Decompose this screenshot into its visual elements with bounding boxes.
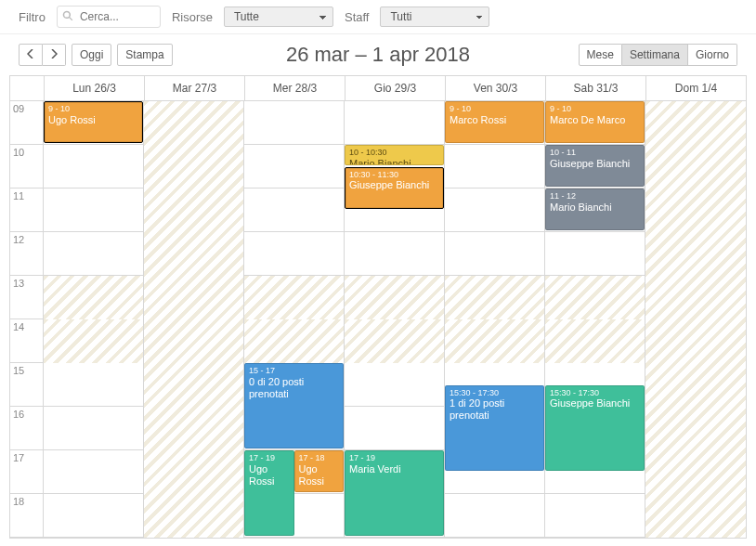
time-slot: 14 [10,319,43,363]
time-slot: 11 [10,188,43,232]
prev-button[interactable] [19,44,43,66]
chevron-left-icon [27,49,34,58]
resources-label: Risorse [172,10,213,24]
view-week-button[interactable]: Settimana [622,44,688,66]
event-time: 15 - 17 [249,366,339,376]
closed-hour [545,319,645,363]
calendar-event[interactable]: 15 - 170 di 20 posti prenotati [244,363,344,448]
day-header[interactable]: Mar 27/3 [144,76,244,100]
closed-hour [244,276,344,319]
event-label: 0 di 20 posti prenotati [249,376,304,399]
event-time: 15:30 - 17:30 [450,388,540,398]
event-label: Giuseppe Bianchi [550,158,630,169]
day-column[interactable]: 10 - 10:30Mario Bianchi10:30 - 11:30Gius… [345,101,445,538]
calendar-event[interactable]: 17 - 19Ugo Rossi [244,450,294,536]
event-label: Mario Bianchi [349,158,411,165]
day-column[interactable] [645,101,746,538]
today-button[interactable]: Oggi [72,44,111,66]
day-header[interactable]: Sab 31/3 [545,76,645,100]
filter-bar: Filtro Risorse Tutte Staff Tutti [0,0,756,34]
event-label: Ugo Rossi [299,463,325,487]
event-label: 1 di 20 posti prenotati [450,397,504,421]
closed-hour [44,319,143,363]
day-column[interactable]: 9 - 10Ugo Rossi [44,101,144,538]
time-slot: 16 [10,407,43,450]
calendar-event[interactable]: 10 - 10:30Mario Bianchi [345,145,444,165]
calendar-event[interactable]: 10 - 11Giuseppe Bianchi [545,145,645,187]
event-time: 10 - 11 [550,148,640,158]
calendar-body[interactable]: 09101112131415161718 9 - 10Ugo Rossi15 -… [10,101,746,538]
chevron-right-icon [50,49,58,58]
time-slot: 12 [10,232,43,276]
event-label: Marco Rossi [450,114,506,125]
calendar-event[interactable]: 10:30 - 11:30Giuseppe Bianchi [345,167,444,209]
calendar-event[interactable]: 9 - 10Marco De Marco [545,101,645,143]
calendar-event[interactable]: 9 - 10Marco Rossi [445,101,544,143]
staff-select[interactable]: Tutti [380,6,489,27]
calendar-event[interactable]: 17 - 18Ugo Rossi [294,450,345,492]
event-time: 15:30 - 17:30 [550,388,640,398]
time-slot: 10 [10,145,43,188]
nav-group [19,44,66,66]
day-column[interactable]: 15 - 170 di 20 posti prenotati17 - 19Ugo… [244,101,345,538]
day-column[interactable]: 9 - 10Marco Rossi15:30 - 17:301 di 20 po… [445,101,545,538]
day-header[interactable]: Dom 1/4 [645,76,746,100]
resources-select[interactable]: Tutte [224,6,333,27]
closed-day [645,101,746,538]
event-label: Giuseppe Bianchi [349,179,429,190]
event-time: 10 - 10:30 [349,148,439,158]
time-slot: 13 [10,276,43,319]
event-time: 17 - 19 [249,453,290,463]
event-time: 9 - 10 [48,104,138,114]
event-time: 9 - 10 [450,104,540,114]
time-slot: 09 [10,101,43,145]
day-header[interactable]: Gio 29/3 [345,76,445,100]
closed-hour [445,276,544,319]
event-time: 17 - 19 [349,453,439,463]
event-label: Ugo Rossi [249,463,275,487]
event-time: 10:30 - 11:30 [349,170,439,180]
view-month-button[interactable]: Mese [579,44,622,66]
closed-hour [244,319,344,363]
calendar-event[interactable]: 15:30 - 17:30Giuseppe Bianchi [545,385,645,471]
day-header[interactable]: Ven 30/3 [445,76,545,100]
calendar-header: Lun 26/3Mar 27/3Mer 28/3Gio 29/3Ven 30/3… [10,76,746,101]
filter-label: Filtro [19,10,46,24]
calendar-toolbar: Oggi Stampa 26 mar – 1 apr 2018 Mese Set… [0,34,756,72]
search-icon [62,10,73,21]
time-slot: 17 [10,450,43,494]
staff-label: Staff [345,10,370,24]
event-time: 17 - 18 [299,453,340,463]
print-button[interactable]: Stampa [117,44,172,66]
calendar: Lun 26/3Mar 27/3Mer 28/3Gio 29/3Ven 30/3… [9,75,747,539]
day-header[interactable]: Mer 28/3 [244,76,345,100]
header-gutter [10,76,44,100]
view-day-button[interactable]: Giorno [688,44,737,66]
view-switch: Mese Settimana Giorno [579,44,737,66]
closed-hour [545,276,645,319]
time-column: 09101112131415161718 [10,101,44,538]
event-time: 11 - 12 [550,191,640,202]
event-label: Giuseppe Bianchi [550,397,630,409]
event-label: Ugo Rossi [48,114,96,125]
closed-hour [345,276,444,319]
event-label: Marco De Marco [550,114,625,125]
day-header[interactable]: Lun 26/3 [44,76,144,100]
closed-hour [345,319,444,363]
calendar-event[interactable]: 11 - 12Mario Bianchi [545,188,645,230]
closed-day [144,101,243,538]
time-slot: 18 [10,494,43,538]
day-column[interactable] [144,101,244,538]
calendar-event[interactable]: 9 - 10Ugo Rossi [44,101,143,143]
closed-hour [44,276,143,319]
calendar-event[interactable]: 17 - 19Maria Verdi [345,450,444,536]
closed-hour [445,319,544,363]
time-slot: 15 [10,363,43,407]
event-label: Mario Bianchi [550,202,612,213]
event-time: 9 - 10 [550,104,640,114]
day-column[interactable]: 9 - 10Marco De Marco10 - 11Giuseppe Bian… [545,101,645,538]
event-label: Maria Verdi [349,463,401,474]
search-wrap [57,6,161,28]
calendar-event[interactable]: 15:30 - 17:301 di 20 posti prenotati [445,385,544,471]
next-button[interactable] [43,44,66,66]
